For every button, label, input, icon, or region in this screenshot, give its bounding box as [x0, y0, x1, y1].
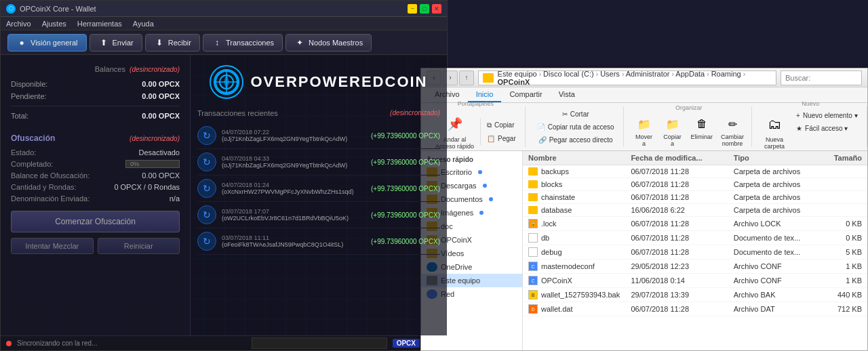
- menu-ayuda[interactable]: Ayuda: [133, 20, 154, 28]
- sync-input[interactable]: [252, 337, 387, 349]
- toolbar-nodos-button[interactable]: ✦ Nodos Maestros: [285, 34, 372, 51]
- cortar-label: Cortar: [570, 110, 589, 118]
- col-size-header[interactable]: Tamaño: [810, 154, 862, 162]
- mezclar-button[interactable]: Intentar Mezclar: [11, 238, 94, 254]
- transactions-header: Transacciones recientes (desincronizado): [197, 109, 440, 117]
- cambiar-nombre-label: Cambiarnombre: [721, 133, 744, 147]
- dat-icon: D: [528, 304, 538, 314]
- toolbar-recibir-button[interactable]: ⬇ Recibir: [145, 34, 200, 51]
- minimize-button[interactable]: －: [408, 4, 417, 14]
- trans-amount-3: (+99.73960000 OPCX): [371, 211, 440, 219]
- pegar-button[interactable]: 📋 Pegar: [482, 133, 521, 144]
- mover-button[interactable]: 📁 Movera: [631, 114, 658, 149]
- wallet-main: Balances (desincronizado) Disponible: 0.…: [1, 55, 447, 335]
- maximize-button[interactable]: □: [420, 4, 429, 14]
- file-row-chainstate[interactable]: chainstate 06/07/2018 11:28 Carpeta de a…: [523, 191, 867, 204]
- file-row-masternodeconf[interactable]: C masternodeconf 29/05/2018 12:23 Archiv…: [523, 260, 867, 274]
- file-row-debug[interactable]: debug 06/07/2018 11:28 Documento de tex.…: [523, 245, 867, 260]
- pegar-acceso-icon: 🔗: [538, 136, 547, 144]
- nuevo-elemento-button[interactable]: + Nuevo elemento ▾: [791, 110, 862, 121]
- folder-icon: [528, 193, 538, 201]
- col-name-header[interactable]: Nombre: [528, 154, 631, 162]
- facil-acceso-button[interactable]: ★ Fácil acceso ▾: [791, 123, 862, 134]
- svg-marker-4: [224, 74, 229, 90]
- col-date-header[interactable]: Fecha de modifica...: [631, 154, 733, 162]
- vision-label: Visión general: [31, 39, 78, 47]
- balances-desync: (desincronizado): [130, 66, 180, 73]
- transaction-item-3[interactable]: ↻ 03/07/2018 17:07 (oW2UCLrkoEbVJr8C61n7…: [197, 202, 440, 228]
- cambiar-nombre-button[interactable]: ✏ Cambiarnombre: [717, 114, 747, 149]
- menu-archivo[interactable]: Archivo: [6, 20, 31, 28]
- coin-badge: OPCX: [393, 339, 420, 348]
- denominacion-value: n/a: [170, 194, 180, 203]
- portapapeles-label: Portapapeles: [458, 100, 494, 107]
- trans-amount-4: (+99.73960000 OPCX): [371, 238, 440, 245]
- wallet-titlebar-left: ⬡ OPCoinX Core - Wallet: [6, 4, 96, 14]
- nuevo-small-group: + Nuevo elemento ▾ ★ Fácil acceso ▾: [791, 110, 862, 153]
- cortar-button[interactable]: ✂ Cortar: [557, 108, 594, 120]
- svg-point-0: [214, 70, 239, 94]
- toolbar-enviar-button[interactable]: ⬆ Enviar: [90, 34, 142, 51]
- wallet-app-icon: ⬡: [6, 4, 16, 14]
- file-row-backups[interactable]: backups 06/07/2018 11:28 Carpeta de arch…: [523, 165, 867, 178]
- file-row-blocks[interactable]: blocks 06/07/2018 11:28 Carpeta de archi…: [523, 178, 867, 191]
- menu-herramientas[interactable]: Herramientas: [77, 20, 122, 28]
- balances-title: Balances (desincronizado): [11, 65, 180, 73]
- transaction-item-1[interactable]: ↻ 04/07/2018 04:33 (oJj71KnbZagLFX6mq2GN…: [197, 149, 440, 176]
- file-list: Nombre Fecha de modifica... Tipo Tamaño …: [523, 151, 867, 350]
- disponible-label: Disponible:: [11, 80, 47, 88]
- begin-obfuscation-button[interactable]: Comenzar Ofuscación: [11, 211, 180, 232]
- pegar-label: Pegar: [498, 135, 516, 142]
- explorer-body: Acceso rápido Escritorio Descargas Docum…: [421, 151, 867, 350]
- reiniciar-button[interactable]: Reiniciar: [98, 238, 180, 254]
- toolbar-transacciones-button[interactable]: ↕ Transacciones: [203, 34, 283, 51]
- file-row-db[interactable]: db 06/07/2018 11:28 Documento de tex... …: [523, 231, 867, 245]
- balance-divider: [11, 106, 180, 106]
- breadcrumb-text: Este equipo › Disco local (C:) › Users ›…: [498, 70, 772, 86]
- eliminar-button[interactable]: 🗑 Eliminar: [688, 114, 717, 149]
- copiar-a-button[interactable]: 📁 Copiara: [659, 114, 686, 149]
- text-icon: [528, 247, 538, 257]
- copiar-ruta-button[interactable]: 📄 Copiar ruta de acceso: [532, 121, 619, 133]
- wallet-window: ⬡ OPCoinX Core - Wallet － □ ✕ Archivo Aj…: [0, 0, 448, 351]
- ribbon-tab-compartir[interactable]: Compartir: [501, 87, 550, 102]
- search-input[interactable]: [781, 70, 862, 85]
- wallet-toolbar: ● Visión general ⬆ Enviar ⬇ Recibir ↕ Tr…: [1, 30, 447, 55]
- ribbon-tab-vista[interactable]: Vista: [551, 87, 583, 102]
- nueva-carpeta-label: Nuevacarpeta: [764, 136, 785, 150]
- lock-icon: 🔒: [528, 219, 538, 228]
- trans-icon-4: ↻: [197, 232, 216, 251]
- nuevo-elemento-icon: +: [796, 112, 800, 119]
- nueva-carpeta-button[interactable]: 🗂 Nuevacarpeta: [759, 110, 790, 153]
- file-row-opcoinx-conf[interactable]: C OPCoinX 11/06/2018 0:14 Archivo CONF 1…: [523, 274, 867, 288]
- file-row-wallet-bak[interactable]: B wallet_1527593943.bak 29/07/2018 13:39…: [523, 288, 867, 302]
- menu-ajustes[interactable]: Ajustes: [42, 20, 66, 28]
- toolbar-vision-button[interactable]: ● Visión general: [7, 34, 87, 51]
- trans-date-0: 04/07/2018 07:22: [222, 129, 366, 136]
- conf-icon: C: [528, 276, 538, 285]
- cortar-icon: ✂: [562, 110, 568, 118]
- col-type-header[interactable]: Tipo: [734, 154, 811, 162]
- wallet-menubar: Archivo Ajustes Herramientas Ayuda: [1, 17, 447, 30]
- mover-label: Movera: [635, 133, 652, 147]
- file-row-wallet-dat[interactable]: D wallet.dat 06/07/2018 11:28 Archivo DA…: [523, 302, 867, 316]
- transaction-item-0[interactable]: ↻ 04/07/2018 07:22 (oJj71KnbZagLFX6mq2GN…: [197, 123, 440, 149]
- text-icon: [528, 233, 538, 243]
- sync-indicator: [6, 341, 12, 346]
- transacciones-icon: ↕: [212, 37, 222, 48]
- up-button[interactable]: ↑: [459, 70, 474, 85]
- address-breadcrumb[interactable]: Este equipo › Disco local (C:) › Users ›…: [478, 70, 776, 85]
- file-row-database[interactable]: database 16/06/2018 6:22 Carpeta de arch…: [523, 204, 867, 217]
- bak-icon: B: [528, 290, 538, 300]
- folder-icon: [528, 180, 538, 188]
- copiar-button[interactable]: ⧉ Copiar: [482, 119, 521, 131]
- pegar-acceso-button[interactable]: 🔗 Pegar acceso directo: [534, 134, 618, 146]
- obf-balance-label: Balance de Ofuscación:: [11, 171, 90, 180]
- close-button[interactable]: ✕: [432, 4, 441, 14]
- organizar-group: Organizar 📁 Movera 📁 Copiara 🗑 Eliminar: [627, 106, 753, 147]
- transaction-item-2[interactable]: ↻ 04/07/2018 01:24 (oXcNxrHW27PWVMgPFcJy…: [197, 176, 440, 202]
- transaction-item-4[interactable]: ↻ 03/07/2018 11:11 (oFeoiFk8TWAeJsafJN59…: [197, 228, 440, 255]
- pendiente-label: Pendiente:: [11, 92, 47, 100]
- file-row-lock[interactable]: 🔒 .lock 06/07/2018 11:28 Archivo LOCK 0 …: [523, 217, 867, 231]
- recibir-label: Recibir: [168, 39, 191, 47]
